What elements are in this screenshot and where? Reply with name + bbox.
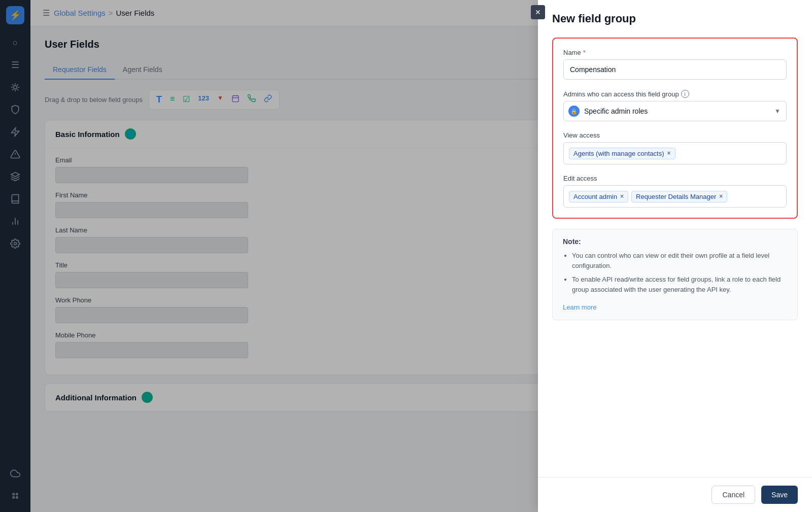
chevron-down-icon: ▼ [774,108,781,115]
name-label: Name * [563,49,787,56]
view-access-tag-agents: Agents (with manage contacts) × [569,148,675,159]
edit-access-label: Edit access [563,175,787,182]
red-border-section: Name * Admins who can access this field … [552,38,798,219]
name-input[interactable] [563,59,787,80]
note-list: You can control who can view or edit the… [563,251,787,294]
account-admin-label: Account admin [573,193,617,200]
admins-select[interactable]: Specific admin roles All admins [563,101,787,121]
info-icon[interactable]: i [681,90,689,98]
note-item-1: You can control who can view or edit the… [572,251,787,270]
edit-access-tag-requester-manager: Requester Details Manager × [631,191,727,202]
note-title: Note: [563,237,787,246]
name-form-group: Name * [563,49,787,80]
learn-more-link[interactable]: Learn more [563,303,596,311]
note-item-2: To enable API read/write access for fiel… [572,275,787,294]
requester-manager-label: Requester Details Manager [636,193,716,200]
lock-icon: 🔒 [568,106,580,117]
panel-body: New field group Name * Admins who can ac… [538,0,812,477]
view-access-label: View access [563,131,787,139]
panel-title: New field group [552,12,798,25]
view-access-group: View access Agents (with manage contacts… [563,131,787,164]
cancel-button[interactable]: Cancel [712,486,755,504]
name-required-marker: * [583,49,586,56]
account-admin-remove[interactable]: × [620,193,624,200]
view-access-box[interactable]: Agents (with manage contacts) × [563,142,787,164]
panel-footer: Cancel Save [538,477,812,512]
admins-select-wrapper: 🔒 Specific admin roles All admins ▼ [563,101,787,121]
edit-access-box[interactable]: Account admin × Requester Details Manage… [563,185,787,208]
new-field-group-panel: ✕ New field group Name * Admins who can … [538,0,812,512]
admins-form-group: Admins who can access this field group i… [563,90,787,121]
note-box: Note: You can control who can view or ed… [552,229,798,320]
close-button[interactable]: ✕ [531,5,545,19]
edit-access-tag-account-admin: Account admin × [569,191,628,202]
requester-manager-remove[interactable]: × [719,193,723,200]
edit-access-group: Edit access Account admin × Requester De… [563,175,787,208]
save-button[interactable]: Save [761,486,798,504]
view-access-tag-remove[interactable]: × [667,150,670,157]
view-access-tag-label: Agents (with manage contacts) [573,150,664,157]
admins-label: Admins who can access this field group i [563,90,787,98]
